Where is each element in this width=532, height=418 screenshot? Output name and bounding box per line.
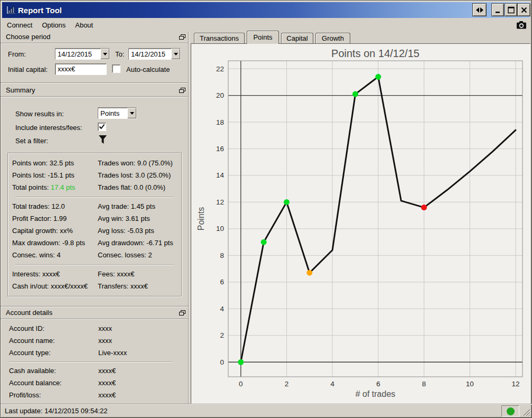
tab-transactions[interactable]: Transactions <box>194 33 245 43</box>
trade-marker <box>306 270 312 276</box>
minimize-icon <box>493 6 502 14</box>
menu-about[interactable]: About <box>70 19 98 31</box>
detach-button[interactable] <box>472 3 487 16</box>
window-title: Report Tool <box>18 6 62 15</box>
x-tick-label: 4 <box>330 380 334 388</box>
account-row: Account type:Live-xxxx <box>9 347 183 359</box>
include-fees-checkbox[interactable] <box>98 123 106 131</box>
account-row: Cash available:xxxx€ <box>9 365 183 377</box>
account-separator <box>9 361 173 362</box>
y-tick-label: 14 <box>216 171 225 179</box>
summary-row: Points lost: -15.1 ptsTrades lost: 3.0 (… <box>12 169 181 181</box>
account-details-dock-icon[interactable] <box>179 310 185 316</box>
y-tick-label: 0 <box>220 358 224 366</box>
show-results-dropdown-button[interactable] <box>127 108 136 118</box>
summary-row: Total trades: 12.0Avg trade: 1.45 pts <box>12 200 181 212</box>
points-chart-panel: 0246810120246810121416182022Points on 14… <box>191 43 530 404</box>
initial-capital-value: xxxx€ <box>58 65 75 73</box>
summary-row: Total points: 17.4 ptsTrades flat: 0.0 (… <box>12 181 181 193</box>
summary-stat: Trades won: 9.0 (75.0%) <box>98 159 181 167</box>
menu-options[interactable]: Options <box>37 19 70 31</box>
account-row: Profit/loss:xxxx€ <box>9 389 183 401</box>
y-axis-label: Points <box>197 207 206 230</box>
summary-stat: Avg loss: -5.03 pts <box>98 227 181 235</box>
filter-funnel-icon[interactable] <box>98 135 107 145</box>
close-button[interactable] <box>517 3 530 16</box>
tab-capital[interactable]: Capital <box>281 33 313 43</box>
to-date-value: 14/12/2015 <box>129 49 171 59</box>
stat-value: 32.5 pts <box>50 159 74 167</box>
trade-marker <box>284 199 290 205</box>
chart-title: Points on 14/12/15 <box>331 48 419 59</box>
show-results-select[interactable]: Points <box>98 107 137 119</box>
summary-stat: Trades flat: 0.0 (0.0%) <box>98 183 181 191</box>
from-date-select[interactable]: 14/12/2015 <box>55 48 110 60</box>
resize-grip[interactable] <box>521 407 530 416</box>
maximize-icon <box>507 6 516 14</box>
stats-separator <box>15 197 174 197</box>
tab-points[interactable]: Points <box>247 31 279 44</box>
include-fees-label: Include interests/fees: <box>15 124 82 132</box>
summary-stat: Capital growth: xx% <box>12 227 98 235</box>
x-tick-label: 0 <box>239 380 243 388</box>
from-label: From: <box>8 50 26 58</box>
stat-value: 4 <box>57 251 61 259</box>
trade-marker <box>261 239 267 245</box>
summary-stat: Transfers: xxxx€ <box>98 282 181 290</box>
close-icon <box>520 6 528 14</box>
maximize-button[interactable] <box>505 3 517 16</box>
from-date-dropdown-button[interactable] <box>100 49 109 59</box>
account-field-label: Account balance: <box>9 379 98 387</box>
tab-label: Capital <box>286 34 307 42</box>
set-filter-label: Set a filter: <box>15 137 48 145</box>
stat-value: 3.0 (25.0%) <box>135 171 171 179</box>
account-row: Account balance:xxxx€ <box>9 377 183 389</box>
to-date-dropdown-button[interactable] <box>171 49 180 59</box>
summary-stat: Max drawdown: -9.8 pts <box>12 239 98 247</box>
screenshot-button[interactable] <box>515 20 528 30</box>
tab-label: Transactions <box>200 34 239 42</box>
y-tick-label: 8 <box>220 252 224 259</box>
to-date-select[interactable]: 14/12/2015 <box>128 48 181 60</box>
stat-value: 1.99 <box>53 215 67 222</box>
trade-marker <box>238 359 244 365</box>
account-row: Account name:xxxx <box>9 335 183 347</box>
y-tick-label: 12 <box>216 198 224 206</box>
chevron-down-icon <box>130 112 134 115</box>
auto-calculate-label: Auto-calculate <box>126 66 170 73</box>
trade-marker <box>375 74 381 80</box>
initial-capital-label: Initial capital: <box>8 66 48 73</box>
summary-stat: Fees: xxxx€ <box>98 270 181 278</box>
menu-connect[interactable]: Connect <box>2 19 37 31</box>
stat-value: 9.0 (75.0%) <box>137 159 173 167</box>
initial-capital-input[interactable]: xxxx€ <box>55 63 107 75</box>
auto-calculate-checkbox[interactable] <box>112 64 120 73</box>
stat-value: -5.03 pts <box>127 227 154 235</box>
summary-dock-icon[interactable] <box>179 88 185 94</box>
stat-value: 12.0 <box>51 202 64 210</box>
summary-stat: Avg trade: 1.45 pts <box>98 202 181 210</box>
app-icon <box>6 5 16 15</box>
choose-period-title: Choose period <box>6 33 51 41</box>
last-update-text: Last update: 14/12/2015 09:54:22 <box>5 407 107 415</box>
summary-row: Cash in/out: xxxx€/xxxx€Transfers: xxxx€ <box>12 280 181 292</box>
summary-row: Capital growth: xx%Avg loss: -5.03 pts <box>12 225 181 237</box>
summary-row: Interests: xxxx€Fees: xxxx€ <box>12 268 181 280</box>
detach-icon <box>475 6 484 14</box>
choose-period-dock-icon[interactable] <box>179 34 185 40</box>
minimize-button[interactable] <box>491 3 504 16</box>
tab-growth[interactable]: Growth <box>315 33 350 43</box>
summary-stat: Points lost: -15.1 pts <box>12 171 98 179</box>
summary-caption-rule <box>1 96 189 97</box>
summary-stats-box: Points won: 32.5 ptsTrades won: 9.0 (75.… <box>7 153 182 296</box>
summary-stat: Points won: 32.5 pts <box>12 159 98 167</box>
show-results-label: Show results in: <box>15 110 64 118</box>
tab-label: Growth <box>322 34 344 42</box>
account-field-label: Profit/loss: <box>9 391 98 399</box>
account-field-label: Account ID: <box>9 324 98 332</box>
trade-marker <box>421 205 427 210</box>
account-row: Account ID:xxxx <box>9 322 183 335</box>
summary-row: Max drawdown: -9.8 ptsAvg drawdown: -6.7… <box>12 237 181 249</box>
summary-row: Consec. wins: 4Consec. losses: 2 <box>12 249 181 261</box>
summary-stat: Total trades: 12.0 <box>12 202 98 210</box>
